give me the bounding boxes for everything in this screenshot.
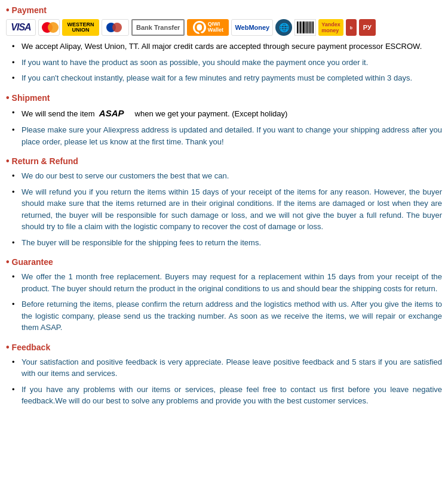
yandex-money-icon: Yandexmoney bbox=[318, 19, 343, 36]
svg-rect-2 bbox=[300, 21, 301, 33]
shipment-title-text: Shipment bbox=[12, 93, 50, 103]
svg-rect-1 bbox=[299, 21, 299, 33]
guarantee-title: • Guarantee bbox=[6, 257, 442, 267]
feedback-item-1: Your satisfaction and positive feedback … bbox=[12, 356, 442, 380]
return-refund-title: • Return & Refund bbox=[6, 156, 442, 166]
feedback-section: • Feedback Your satisfaction and positiv… bbox=[6, 342, 442, 407]
webmoney-icon: WebMoney bbox=[231, 19, 273, 36]
svg-rect-4 bbox=[303, 21, 305, 33]
qiwi-icon: Q QIWIWallet bbox=[187, 19, 229, 36]
maestro-icon bbox=[102, 19, 129, 36]
payment-title: • Payment bbox=[6, 5, 442, 16]
svg-rect-5 bbox=[305, 21, 306, 33]
svg-rect-3 bbox=[302, 21, 302, 33]
guarantee-item-1: We offer the 1 month free replacement. B… bbox=[12, 271, 442, 294]
ru-icon: РУ bbox=[359, 19, 376, 36]
western-union-icon: WESTERN UNION bbox=[62, 19, 99, 36]
globe-icon: 🌐 bbox=[275, 19, 292, 36]
barcode-icon bbox=[294, 19, 316, 36]
return-refund-item-3: The buyer will be responsible for the sh… bbox=[12, 237, 442, 249]
shipment-bullet-dot: • bbox=[6, 92, 10, 103]
shipment-list: We will send the item ASAP when we get y… bbox=[6, 107, 442, 148]
feedback-title-text: Feedback bbox=[12, 343, 51, 352]
shipment-item-2: Please make sure your Aliexpress address… bbox=[12, 124, 442, 147]
payment-item-3: If you can't checkout instantly, please … bbox=[12, 72, 442, 84]
feedback-list: Your satisfaction and positive feedback … bbox=[6, 356, 442, 407]
payment-item-2: If you want to have the product as soon … bbox=[12, 57, 442, 69]
return-refund-bullet-dot: • bbox=[6, 156, 10, 166]
svg-rect-7 bbox=[308, 21, 309, 33]
shipment-item-1: We will send the item ASAP when we get y… bbox=[12, 107, 442, 121]
svg-rect-9 bbox=[311, 21, 312, 33]
payment-item-1: We accept Alipay, West Union, TT. All ma… bbox=[12, 41, 442, 53]
return-refund-title-text: Return & Refund bbox=[12, 156, 78, 166]
feedback-bullet-dot: • bbox=[6, 342, 10, 353]
return-refund-list: We do our best to serve our customers th… bbox=[6, 170, 442, 248]
feedback-item-2: If you have any problems with our items … bbox=[12, 384, 442, 407]
payment-list: We accept Alipay, West Union, TT. All ma… bbox=[6, 41, 442, 84]
feedback-title: • Feedback bbox=[6, 342, 442, 353]
guarantee-section: • Guarantee We offer the 1 month free re… bbox=[6, 257, 442, 334]
payment-bullet-dot: • bbox=[6, 5, 10, 16]
svg-rect-8 bbox=[309, 21, 311, 33]
svg-rect-10 bbox=[312, 21, 314, 33]
mastercard-icon bbox=[38, 19, 60, 36]
bank-transfer-icon: Bank Transfer bbox=[131, 19, 185, 36]
visa-icon: VISA bbox=[6, 19, 36, 36]
svg-rect-0 bbox=[297, 21, 298, 33]
shipment-title: • Shipment bbox=[6, 92, 442, 103]
return-refund-section: • Return & Refund We do our best to serv… bbox=[6, 156, 442, 248]
payment-title-text: Payment bbox=[12, 5, 47, 15]
payment-section: • Payment VISA WESTERN UNION Bank Transf… bbox=[6, 5, 442, 84]
return-refund-item-2: We will refund you if you return the ite… bbox=[12, 186, 442, 233]
guarantee-bullet-dot: • bbox=[6, 257, 10, 267]
svg-rect-6 bbox=[306, 21, 308, 33]
guarantee-list: We offer the 1 month free replacement. B… bbox=[6, 271, 442, 334]
guarantee-item-2: Before returning the items, please confi… bbox=[12, 298, 442, 334]
payment-icons-row: VISA WESTERN UNION Bank Transfer Q QIWIW… bbox=[6, 19, 442, 36]
shipment-section: • Shipment We will send the item ASAP wh… bbox=[6, 92, 442, 148]
guarantee-title-text: Guarantee bbox=[12, 257, 53, 267]
return-refund-item-1: We do our best to serve our customers th… bbox=[12, 170, 442, 182]
boleto-icon: b bbox=[346, 19, 357, 36]
